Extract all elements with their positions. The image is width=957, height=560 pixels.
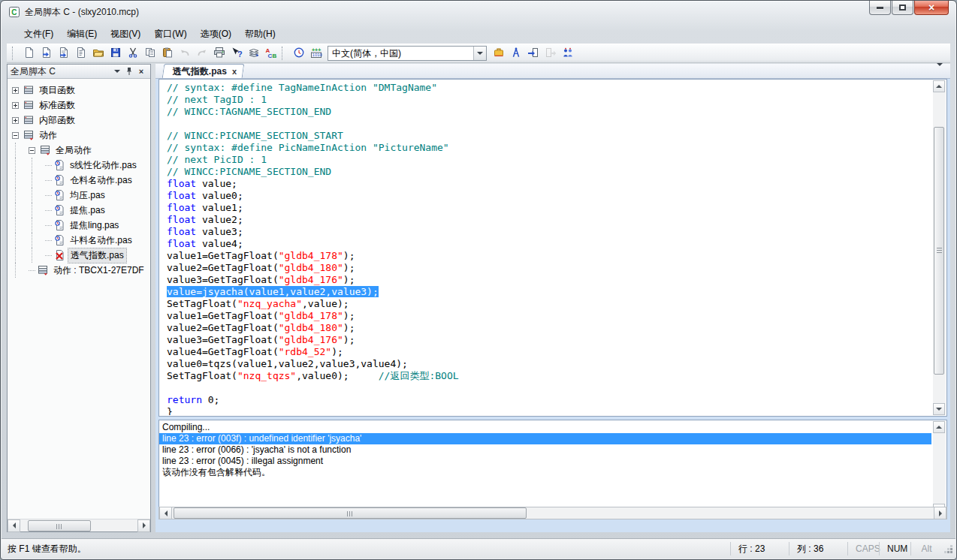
tree-item-label[interactable]: 透气指数.pas [68,248,127,263]
code-line[interactable]: value3=GetTagFloat("gldb4_176"); [167,274,931,286]
code-line[interactable]: value1=GetTagFloat("gldb4_178"); [167,310,931,322]
tree-item-label[interactable]: 仓料名动作.pas [68,173,134,188]
scroll-left-button[interactable] [8,519,20,532]
tree-item[interactable]: 提焦.pas [8,203,150,218]
language-select[interactable]: 中文(简体，中国) [328,46,487,61]
new-action-button[interactable] [38,45,55,62]
menu-item-edit[interactable]: 编辑(E) [60,26,104,43]
code-line[interactable]: value4=GetTagFloat("rdb4_52"); [167,346,931,358]
output-line[interactable]: line 23 : error (0066) : 'jsyacha' is no… [159,444,931,456]
language-select-dropdown-button[interactable] [473,47,486,60]
binary-counter-button[interactable]: +++1010 [307,45,325,62]
menu-item-help[interactable]: 帮助(H) [238,26,282,43]
code-text[interactable]: // syntax: #define TagNameInAction "DMTa… [167,82,931,415]
code-line[interactable]: return 0; [167,394,931,406]
code-line[interactable] [167,118,931,130]
new-file-button[interactable] [20,45,38,62]
import-action-button[interactable] [524,45,542,62]
sidebar-pin-button[interactable] [123,66,135,77]
tree-item-label[interactable]: 动作 : TBCX1-27E7DF [51,263,146,278]
paste-button[interactable] [158,45,176,62]
open-folder-button[interactable] [89,45,107,62]
menu-item-view[interactable]: 视图(V) [104,26,147,43]
code-line[interactable]: value1=GetTagFloat("gldb4_178"); [167,250,931,262]
print-button[interactable] [210,45,228,62]
project-folder-button[interactable] [490,45,507,62]
tree-item-label[interactable]: 内部函数 [37,113,77,128]
code-line[interactable] [167,382,931,394]
tree-item-label[interactable]: 斗料名动作.pas [68,233,134,248]
scrollbar-thumb[interactable] [174,507,527,519]
menu-item-window[interactable]: 窗口(W) [147,26,193,43]
code-line[interactable]: // syntax: #define TagNameInAction "DMTa… [167,82,931,94]
scroll-right-button[interactable] [934,507,946,519]
code-line[interactable]: SetTagFloat("nzq_tqzs",value0); //返回类型:B… [167,370,931,382]
tree-item[interactable]: 项目函数 [8,83,150,98]
sidebar-close-button[interactable]: × [135,66,147,77]
menu-item-options[interactable]: 选项(O) [194,26,238,43]
output-line[interactable]: 该动作没有包含解释代码。 [159,467,931,478]
tree-item-label[interactable]: 均压.pas [68,188,107,203]
code-line[interactable]: // WINCC:PICNAME_SECTION_END [167,166,931,178]
code-line[interactable]: // syntax: #define PicNameInAction "Pict… [167,142,931,154]
copy-button[interactable] [141,45,158,62]
minimize-button[interactable] [869,1,891,15]
tree-item[interactable]: 内部函数 [8,113,150,128]
syntax-highlight-button[interactable]: ACB [262,45,279,62]
expand-icon[interactable] [12,117,19,124]
tree-item-label[interactable]: 动作 [37,128,59,143]
menu-item-file[interactable]: 文件(F) [17,26,60,43]
code-line[interactable]: float value; [167,178,931,190]
scroll-up-button[interactable] [933,421,945,433]
scroll-left-button[interactable] [159,507,172,519]
expand-icon[interactable] [12,87,19,94]
output-horizontal-scrollbar[interactable] [158,507,947,519]
tab-file[interactable]: 透气指数.pas x [162,64,245,78]
code-line[interactable]: // next PicID : 1 [167,154,931,166]
sidebar-menu-button[interactable] [111,66,123,77]
code-line[interactable]: // WINCC:PICNAME_SECTION_START [167,130,931,142]
code-editor[interactable]: // syntax: #define TagNameInAction "DMTa… [158,79,947,417]
scroll-down-button[interactable] [933,403,945,415]
tree-item[interactable]: 仓料名动作.pas [8,173,150,188]
tree-item[interactable]: 标准函数 [8,98,150,113]
output-vertical-scrollbar[interactable] [933,421,946,516]
view-source-button[interactable] [72,45,89,62]
resize-grip[interactable] [942,543,954,555]
code-line[interactable]: value3=GetTagFloat("gldb4_176"); [167,334,931,346]
scroll-up-button[interactable] [933,80,945,92]
tree-item[interactable]: 透气指数.pas [8,248,150,263]
tree-item[interactable]: 斗料名动作.pas [8,233,150,248]
code-line[interactable]: value2=GetTagFloat("gldb4_180"); [167,322,931,334]
collapse-icon[interactable] [12,132,19,139]
code-line[interactable]: float value3; [167,226,931,238]
compile-all-button[interactable] [245,45,262,62]
tree-item[interactable]: 动作 : TBCX1-27E7DF [8,263,150,278]
scroll-right-button[interactable] [137,519,150,532]
scrollbar-thumb[interactable] [28,520,91,531]
help-select-button[interactable]: ? [228,45,245,62]
tree-item-label[interactable]: 提焦ling.pas [68,218,121,233]
code-line[interactable]: value=jsyacha(value1,value2,value3); [167,286,931,298]
sidebar-horizontal-scrollbar[interactable] [8,519,150,531]
collapse-icon[interactable] [29,147,35,154]
code-line[interactable]: float value4; [167,238,931,250]
code-line[interactable]: value2=GetTagFloat("gldb4_180"); [167,262,931,274]
code-line[interactable]: // WINCC:TAGNAME_SECTION_END [167,106,931,118]
code-line[interactable]: float value0; [167,190,931,202]
runtime-clock-button[interactable] [290,45,307,62]
output-line[interactable]: line 23 : error (0045) : illegal assignm… [159,456,931,467]
restore-button[interactable] [892,1,913,15]
tree-item[interactable]: 动作 [8,128,150,143]
tree-item[interactable]: 提焦ling.pas [8,218,150,233]
close-button[interactable]: × [914,1,949,15]
toggle-compass-button[interactable] [507,45,524,62]
tree-item-label[interactable]: s线性化动作.pas [68,158,139,173]
tab-close-icon[interactable]: x [232,67,237,76]
tree-item[interactable]: 均压.pas [8,188,150,203]
authorizations-button[interactable] [559,45,576,62]
open-action-button[interactable] [55,45,72,62]
code-line[interactable]: float value1; [167,202,931,214]
code-line[interactable]: } [167,406,931,415]
output-panel[interactable]: Compiling...line 23 : error (003f) : und… [158,420,947,517]
